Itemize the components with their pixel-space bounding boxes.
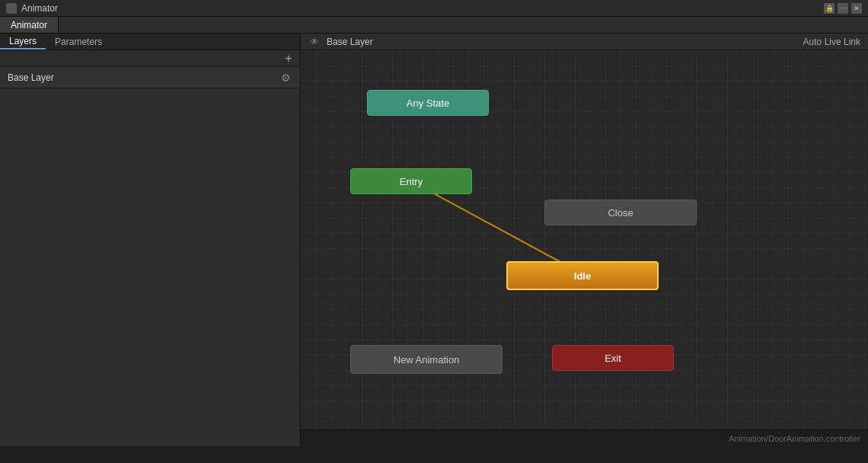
sidebar: Layers Parameters + Base Layer ⚙: [0, 34, 301, 446]
lock-button[interactable]: 🔒: [824, 3, 834, 14]
entry-label: Entry: [400, 176, 423, 187]
tab-animator[interactable]: Animator: [0, 17, 59, 33]
window-controls: 🔒 ⋯ ✕: [824, 3, 862, 14]
status-bar: Animation/DoorAnimation.controller: [301, 429, 868, 446]
animator-icon: [6, 3, 17, 14]
exit-node[interactable]: Exit: [552, 345, 674, 371]
status-text: Animation/DoorAnimation.controller: [729, 434, 860, 443]
sidebar-toolbar: +: [0, 50, 300, 67]
canvas-area: 👁 Base Layer Auto Live Link Any State: [301, 34, 868, 446]
any-state-label: Any State: [407, 97, 449, 109]
tab-layers[interactable]: Layers: [0, 34, 46, 49]
eye-icon[interactable]: 👁: [308, 36, 321, 48]
idle-node[interactable]: Idle: [506, 261, 659, 290]
close-button[interactable]: ✕: [851, 3, 862, 14]
title-bar: Animator 🔒 ⋯ ✕: [0, 0, 868, 17]
any-state-node[interactable]: Any State: [367, 90, 489, 116]
new-animation-node[interactable]: New Animation: [350, 345, 503, 374]
add-layer-button[interactable]: +: [282, 52, 295, 65]
layer-name: Base Layer: [8, 72, 279, 83]
entry-to-idle-arrow: [411, 181, 579, 272]
tab-parameters[interactable]: Parameters: [46, 34, 111, 49]
more-button[interactable]: ⋯: [838, 3, 848, 14]
grid-canvas[interactable]: Any State Entry Close Idle New Animation…: [301, 50, 868, 446]
layer-item[interactable]: Base Layer ⚙: [0, 67, 300, 88]
layer-settings-button[interactable]: ⚙: [279, 71, 292, 85]
entry-node[interactable]: Entry: [350, 168, 472, 194]
main-layout: Layers Parameters + Base Layer ⚙ 👁 Base …: [0, 34, 868, 446]
canvas-header: 👁 Base Layer Auto Live Link: [301, 34, 868, 50]
close-label: Close: [608, 207, 633, 219]
idle-label: Idle: [574, 270, 591, 282]
tab-bar: Animator: [0, 17, 868, 34]
title-bar-title: Animator: [21, 3, 58, 14]
close-node[interactable]: Close: [544, 200, 697, 225]
canvas-tab-label: Base Layer: [327, 37, 373, 47]
new-animation-label: New Animation: [394, 354, 460, 366]
exit-label: Exit: [605, 353, 621, 364]
sidebar-tabs: Layers Parameters: [0, 34, 300, 50]
auto-live-link-button[interactable]: Auto Live Link: [803, 37, 860, 47]
